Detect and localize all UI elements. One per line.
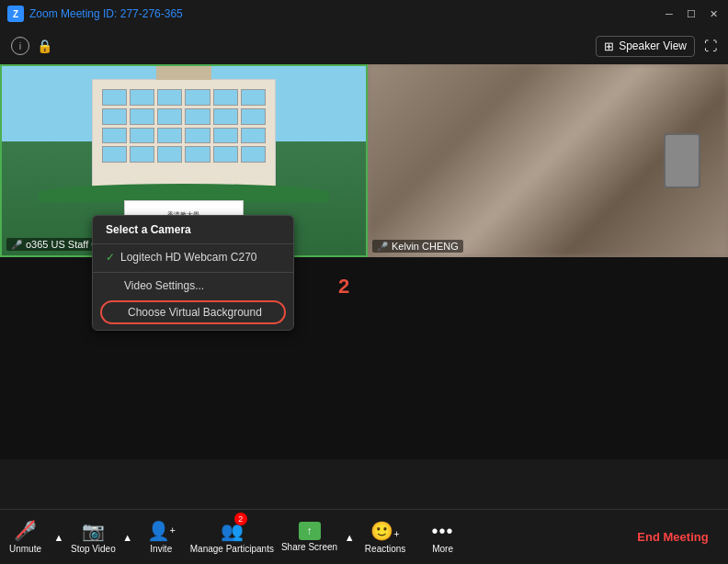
- close-button[interactable]: ✕: [706, 6, 721, 21]
- invite-icon: 👤+: [147, 520, 176, 542]
- maximize-button[interactable]: ☐: [684, 6, 699, 21]
- top-right-controls: ⊞ Speaker View ⛶: [596, 36, 717, 57]
- zoom-logo-icon: Z: [7, 6, 24, 22]
- mic-chevron-button[interactable]: ▲: [51, 510, 67, 564]
- share-chevron-icon: ▲: [345, 532, 355, 543]
- manage-participants-button[interactable]: 👥 2 Manage Participants: [187, 510, 278, 564]
- video-area: 香港教大學 The Education University of Hong K…: [0, 64, 728, 459]
- title-bar: Z Zoom Meeting ID: 277-276-365 ─ ☐ ✕: [0, 0, 728, 28]
- camera-logitech-item[interactable]: ✓ Logitech HD Webcam C270: [93, 244, 293, 270]
- speaker-view-icon: ⊞: [604, 39, 614, 53]
- minimize-button[interactable]: ─: [662, 6, 677, 21]
- end-meeting-label: End Meeting: [637, 530, 708, 544]
- share-chevron-button[interactable]: ▲: [341, 510, 358, 564]
- reactions-label: Reactions: [365, 544, 405, 554]
- speaker-view-label: Speaker View: [619, 39, 687, 52]
- fullscreen-button[interactable]: ⛶: [704, 39, 717, 53]
- participants-badge: 2: [234, 513, 247, 525]
- mic-icon-right: 🎤: [377, 242, 388, 252]
- lock-icon: 🔒: [37, 39, 52, 53]
- video-chevron-icon: ▲: [122, 532, 132, 543]
- share-screen-icon: [299, 522, 321, 540]
- mic-icon: 🎤: [14, 520, 37, 542]
- choose-virtual-background-item[interactable]: Choose Virtual Background: [100, 300, 286, 324]
- more-label: More: [432, 544, 453, 554]
- video-chevron-button[interactable]: ▲: [119, 510, 136, 564]
- video-right: 🎤 Kelvin CHENG: [368, 64, 728, 257]
- toolbar: 🎤 Unmute ▲ 📷 Stop Video ▲ 👤+ Invite 👥 2 …: [0, 509, 728, 564]
- stop-video-label: Stop Video: [71, 544, 116, 554]
- mic-chevron-icon: ▲: [54, 532, 64, 543]
- unmute-label: Unmute: [9, 544, 41, 554]
- invite-button[interactable]: 👤+ Invite: [136, 510, 187, 564]
- checkmark-icon: ✓: [106, 251, 115, 264]
- window-controls: ─ ☐ ✕: [662, 6, 721, 21]
- camera-icon: 📷: [82, 520, 105, 542]
- video-settings-item[interactable]: Video Settings...: [93, 272, 293, 299]
- manage-participants-label: Manage Participants: [190, 544, 274, 554]
- reactions-icon: 🙂+: [370, 520, 399, 542]
- stop-video-button[interactable]: 📷 Stop Video: [67, 510, 119, 564]
- info-icon[interactable]: i: [11, 37, 29, 55]
- more-button[interactable]: ••• More: [413, 510, 472, 564]
- context-menu: Select a Camera ✓ Logitech HD Webcam C27…: [92, 215, 294, 331]
- share-screen-button[interactable]: Share Screen: [278, 510, 341, 564]
- unmute-button[interactable]: 🎤 Unmute: [0, 510, 51, 564]
- top-bar: i 🔒 ⊞ Speaker View ⛶: [0, 28, 728, 64]
- share-screen-label: Share Screen: [281, 542, 337, 552]
- end-meeting-button[interactable]: End Meeting: [618, 510, 728, 564]
- right-participant-name: 🎤 Kelvin CHENG: [372, 240, 463, 253]
- step2-label: 2: [338, 275, 349, 299]
- more-icon: •••: [432, 521, 454, 542]
- reactions-button[interactable]: 🙂+ Reactions: [358, 510, 413, 564]
- context-menu-header: Select a Camera: [93, 216, 293, 244]
- invite-label: Invite: [150, 544, 172, 554]
- speaker-view-button[interactable]: ⊞ Speaker View: [596, 36, 695, 57]
- window-title: Zoom Meeting ID: 277-276-365: [29, 7, 662, 20]
- mic-icon-left: 🎤: [11, 240, 22, 250]
